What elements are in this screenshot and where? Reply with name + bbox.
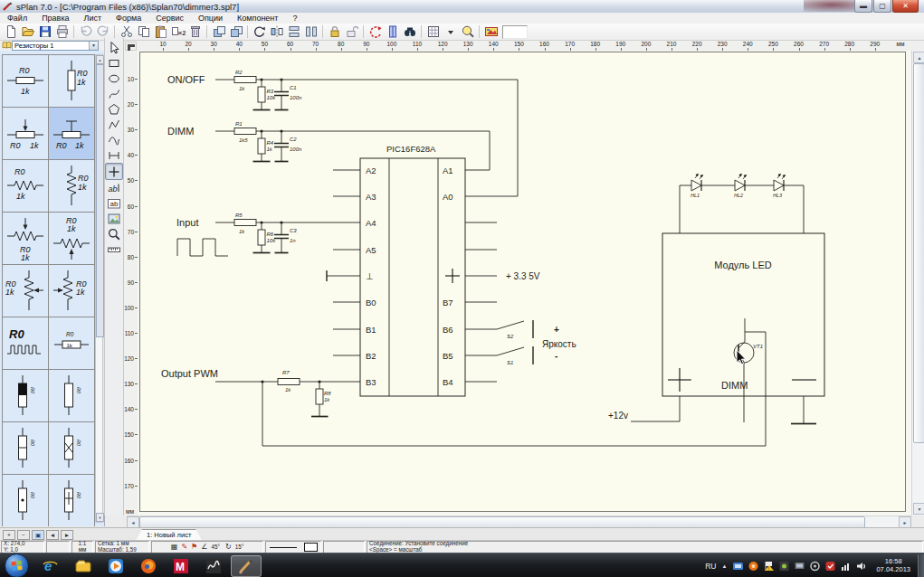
library-component-res-v-zigzag-arrow-right[interactable]: R01k <box>49 265 95 317</box>
minimize-button[interactable]: ▬ <box>854 0 872 13</box>
cut-icon[interactable] <box>118 24 135 40</box>
library-component-res-v-zigzag[interactable]: R01k <box>49 160 95 213</box>
align-horizontal-icon[interactable] <box>302 24 319 40</box>
open-icon[interactable] <box>19 24 36 40</box>
tray-keyboard-icon[interactable] <box>732 560 744 572</box>
tray-expand-icon[interactable]: ▲ <box>722 563 728 569</box>
library-zoom-button-1[interactable]: − <box>17 530 30 540</box>
tray-antivirus-icon[interactable] <box>824 560 836 572</box>
horizontal-scrollbar[interactable]: ◄ ► <box>127 516 911 528</box>
library-select[interactable]: Резисторы 1 ▼ <box>12 41 99 51</box>
delete-icon[interactable] <box>186 24 204 40</box>
copy-icon[interactable] <box>135 24 152 40</box>
tool-spline-icon[interactable] <box>106 86 122 101</box>
library-component-res-pulse[interactable]: R0 <box>3 317 49 370</box>
start-button[interactable] <box>5 553 29 577</box>
library-component-res-v-box-halffill[interactable]: R0 <box>3 370 49 422</box>
close-button[interactable]: ✕ <box>892 0 919 13</box>
tray-updates-icon[interactable] <box>748 560 759 572</box>
print-icon[interactable] <box>53 24 71 40</box>
pen-icon[interactable]: ✎ <box>181 544 187 551</box>
menu-item-Правка[interactable]: Правка <box>34 13 76 24</box>
library-scrollbar[interactable]: ▲ ▼ <box>95 54 103 523</box>
tray-volume-icon[interactable] <box>855 560 867 572</box>
rotate-free-icon[interactable] <box>367 24 384 40</box>
components-icon[interactable] <box>482 24 500 40</box>
library-scroll-thumb[interactable] <box>96 64 104 337</box>
tool-cursor-icon[interactable] <box>106 40 122 55</box>
undo-icon[interactable] <box>77 24 94 40</box>
library-zoom-button-4[interactable]: ► <box>61 530 73 540</box>
taskbar-explorer-icon[interactable] <box>68 555 99 577</box>
taskbar-splan-icon[interactable] <box>231 555 262 577</box>
line-style-sample[interactable] <box>270 547 297 548</box>
language-indicator[interactable]: RU <box>705 562 716 571</box>
tool-textbox-icon[interactable]: ab <box>106 195 122 211</box>
library-component-res-h-zigzag[interactable]: R01k <box>3 160 49 213</box>
tool-polygon-icon[interactable] <box>106 101 122 117</box>
maximize-button[interactable]: ▢ <box>873 0 891 13</box>
taskbar-ie-icon[interactable]: e <box>35 555 66 577</box>
flag-icon[interactable]: ⚑ <box>191 544 197 551</box>
tool-rectangle-icon[interactable] <box>106 55 122 71</box>
scroll-up-icon[interactable]: ▲ <box>913 52 924 63</box>
library-component-res-h-box[interactable]: R01k <box>3 55 49 108</box>
menu-item-Файл[interactable]: Файл <box>0 13 34 24</box>
scroll-down-icon[interactable]: ▼ <box>913 503 924 515</box>
library-component-res-v-zigzag-arrow-left[interactable]: R01k <box>3 265 49 317</box>
fill-style-sample[interactable] <box>304 543 318 552</box>
library-component-res-v-box-dot[interactable]: R0 <box>3 475 49 526</box>
library-component-res-h-zigzag-arrow-up[interactable]: R01k <box>49 213 95 265</box>
show-desktop-button[interactable] <box>918 554 924 577</box>
scroll-up-icon[interactable]: ▲ <box>96 55 104 64</box>
vertical-scroll-thumb[interactable] <box>913 63 924 443</box>
redo-icon[interactable] <box>94 24 111 40</box>
tool-zoom-icon[interactable] <box>106 226 122 241</box>
tray-network-icon[interactable] <box>840 560 852 572</box>
taskbar-clock[interactable]: 16:58 07.04.2013 <box>876 558 910 573</box>
tray-flag-icon[interactable]: ! <box>763 560 775 572</box>
duplicate-icon[interactable]: ×2 <box>169 24 186 40</box>
library-component-res-v-box[interactable]: R01k <box>49 55 95 108</box>
library-component-res-v-box-plain[interactable]: R0 <box>49 370 95 422</box>
taskbar-wmp-icon[interactable] <box>100 555 131 577</box>
bring-front-icon[interactable] <box>210 24 227 40</box>
library-component-res-h-zigzag-arrow-down[interactable]: R01k <box>3 213 49 265</box>
library-component-res-v-box-midline[interactable]: R0 <box>3 422 49 475</box>
mirror-icon[interactable] <box>268 24 285 40</box>
library-zoom-button-2[interactable]: ▣ <box>32 530 44 540</box>
paste-icon[interactable] <box>152 24 169 40</box>
scroll-down-icon[interactable]: ▼ <box>96 513 104 522</box>
menu-item-Опции[interactable]: Опции <box>191 13 230 24</box>
menu-item-Лист[interactable]: Лист <box>77 13 110 24</box>
taskbar-firefox-icon[interactable] <box>133 555 164 577</box>
vertical-scrollbar[interactable]: ▲ ▼ <box>911 51 924 516</box>
rotate-icon[interactable] <box>251 24 268 40</box>
new-icon[interactable] <box>2 24 19 40</box>
menu-item-Форма[interactable]: Форма <box>109 13 148 24</box>
tool-text-icon[interactable]: ab <box>106 180 122 195</box>
menu-item-Сервис[interactable]: Сервис <box>148 13 191 24</box>
library-zoom-button-3[interactable]: ◄ <box>46 530 59 540</box>
grid-toggle-icon[interactable]: ▦ <box>171 544 178 551</box>
tool-curve-icon[interactable] <box>106 132 122 147</box>
save-icon[interactable] <box>36 24 53 40</box>
grid-arrow-icon[interactable] <box>442 24 459 40</box>
tool-dimension-icon[interactable] <box>106 241 122 257</box>
library-component-res-h-box-tap[interactable]: R01k <box>49 108 95 160</box>
tool-measure-icon[interactable] <box>106 147 122 163</box>
send-back-icon[interactable] <box>227 24 244 40</box>
grid-icon[interactable] <box>424 24 442 40</box>
tool-node-icon[interactable] <box>105 163 123 180</box>
library-component-res-v-box-cross[interactable]: R0 <box>49 475 95 526</box>
tray-settings-icon[interactable] <box>809 560 821 572</box>
mirror-vertical-icon[interactable] <box>384 24 401 40</box>
search-icon[interactable] <box>401 24 418 40</box>
tray-display-icon[interactable] <box>794 560 805 572</box>
library-component-res-h-box-arrow[interactable]: R01k <box>3 108 49 160</box>
taskbar-notes-icon[interactable] <box>198 555 229 577</box>
library-component-res-h-box-value[interactable]: 1kR0 <box>49 317 95 370</box>
library-zoom-button-0[interactable]: + <box>3 530 15 540</box>
zoom-page-icon[interactable] <box>459 24 476 40</box>
tool-polyline-icon[interactable] <box>106 117 122 132</box>
